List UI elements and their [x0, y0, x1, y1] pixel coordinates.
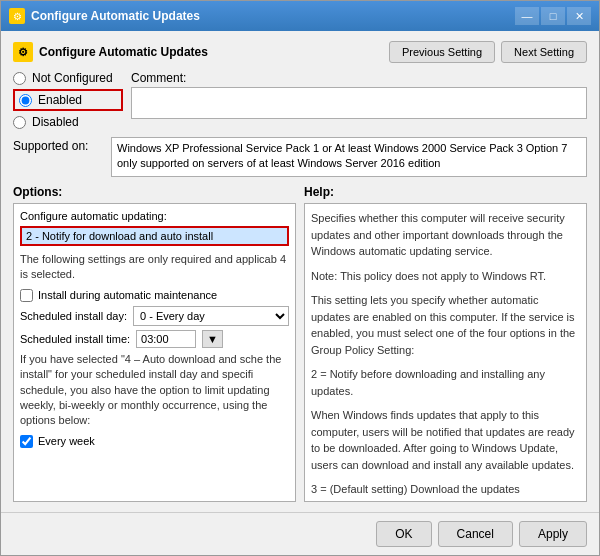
dropdown-value[interactable]: 2 - Notify for download and auto install — [20, 226, 289, 246]
panels-row: Options: Configure automatic updating: 2… — [13, 185, 587, 502]
help-para-0: Specifies whether this computer will rec… — [311, 210, 580, 260]
maximize-button[interactable]: □ — [541, 7, 565, 25]
navigation-buttons: Previous Setting Next Setting — [389, 41, 587, 63]
cancel-button[interactable]: Cancel — [438, 521, 513, 547]
title-bar: ⚙ Configure Automatic Updates — □ ✕ — [1, 1, 599, 31]
not-configured-radio[interactable] — [13, 72, 26, 85]
radio-comment-row: Not Configured Enabled Disabled Comment: — [13, 71, 587, 129]
options-scrollable: Configure automatic updating: 2 - Notify… — [13, 203, 296, 502]
enabled-option-box: Enabled — [13, 89, 123, 111]
option-note: The following settings are only required… — [20, 252, 289, 283]
install-maintenance-checkbox[interactable] — [20, 289, 33, 302]
comment-textarea[interactable] — [131, 87, 587, 119]
title-controls: — □ ✕ — [515, 7, 591, 25]
close-button[interactable]: ✕ — [567, 7, 591, 25]
dialog-content: ⚙ Configure Automatic Updates Previous S… — [1, 31, 599, 512]
dialog-title: ⚙ Configure Automatic Updates — [13, 42, 208, 62]
dialog-title-text: Configure Automatic Updates — [39, 45, 208, 59]
window-icon: ⚙ — [9, 8, 25, 24]
not-configured-label: Not Configured — [32, 71, 113, 85]
supported-text: Windows XP Professional Service Pack 1 o… — [111, 137, 587, 177]
dialog-icon: ⚙ — [13, 42, 33, 62]
scheduled-day-label: Scheduled install day: — [20, 310, 127, 322]
ok-button[interactable]: OK — [376, 521, 431, 547]
not-configured-option[interactable]: Not Configured — [13, 71, 123, 85]
next-setting-button[interactable]: Next Setting — [501, 41, 587, 63]
scheduled-day-select[interactable]: 0 - Every day — [133, 306, 289, 326]
enabled-label: Enabled — [38, 93, 82, 107]
bottom-bar: OK Cancel Apply — [1, 512, 599, 555]
disabled-radio[interactable] — [13, 116, 26, 129]
previous-setting-button[interactable]: Previous Setting — [389, 41, 495, 63]
comment-section: Comment: — [131, 71, 587, 119]
disabled-label: Disabled — [32, 115, 79, 129]
scheduled-time-row: Scheduled install time: ▼ — [20, 330, 289, 348]
options-header: Options: — [13, 185, 296, 199]
title-bar-left: ⚙ Configure Automatic Updates — [9, 8, 200, 24]
help-para-5: 3 = (Default setting) Download the updat… — [311, 481, 580, 502]
supported-label: Supported on: — [13, 137, 103, 177]
scheduled-time-input[interactable] — [136, 330, 196, 348]
time-dropdown-icon[interactable]: ▼ — [202, 330, 223, 348]
apply-button[interactable]: Apply — [519, 521, 587, 547]
radio-section: Not Configured Enabled Disabled — [13, 71, 123, 129]
help-scrollable: Specifies whether this computer will rec… — [304, 203, 587, 502]
supported-section: Supported on: Windows XP Professional Se… — [13, 137, 587, 177]
options-area: Options: Configure automatic updating: 2… — [13, 185, 296, 502]
scheduled-day-row: Scheduled install day: 0 - Every day — [20, 306, 289, 326]
configure-label: Configure automatic updating: — [20, 210, 289, 222]
enabled-radio[interactable] — [19, 94, 32, 107]
comment-label: Comment: — [131, 71, 587, 85]
help-area: Help: Specifies whether this computer wi… — [304, 185, 587, 502]
minimize-button[interactable]: — — [515, 7, 539, 25]
disabled-option[interactable]: Disabled — [13, 115, 123, 129]
header-row: ⚙ Configure Automatic Updates Previous S… — [13, 41, 587, 63]
every-week-checkbox[interactable] — [20, 435, 33, 448]
help-para-2: This setting lets you specify whether au… — [311, 292, 580, 358]
help-para-4: When Windows finds updates that apply to… — [311, 407, 580, 473]
help-header: Help: — [304, 185, 587, 199]
install-maintenance-label: Install during automatic maintenance — [38, 289, 217, 301]
main-window: ⚙ Configure Automatic Updates — □ ✕ ⚙ Co… — [0, 0, 600, 556]
every-week-label: Every week — [38, 435, 95, 447]
help-para-1: Note: This policy does not apply to Wind… — [311, 268, 580, 285]
help-para-3: 2 = Notify before downloading and instal… — [311, 366, 580, 399]
install-maintenance-option[interactable]: Install during automatic maintenance — [20, 289, 289, 302]
option-text: If you have selected "4 – Auto download … — [20, 352, 289, 429]
scheduled-time-label: Scheduled install time: — [20, 333, 130, 345]
window-title: Configure Automatic Updates — [31, 9, 200, 23]
every-week-row[interactable]: Every week — [20, 435, 289, 448]
